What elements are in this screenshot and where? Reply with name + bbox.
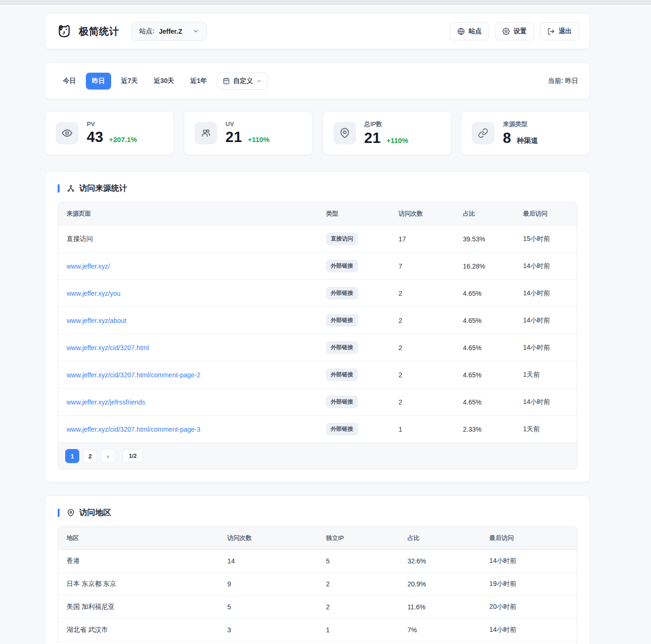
app-title: 极简统计 [79, 25, 119, 38]
source-type-cell: 外部链接 [318, 334, 390, 361]
share-cell: 39.53% [454, 225, 515, 253]
pagination: 12›1/2 [58, 442, 577, 469]
table-row: www.jeffer.xyz/cid/3207.html/comment-pag… [58, 416, 577, 443]
source-page-link[interactable]: www.jeffer.xyz/cid/3207.html/comment-pag… [67, 371, 200, 379]
share-cell: 2.33% [454, 416, 515, 443]
last-visit-cell: 20小时前 [481, 596, 577, 619]
sites-button[interactable]: 站点 [450, 22, 489, 40]
regions-table-wrap: 地区访问次数独立IP占比最后访问 香港14532.6%14小时前日本 东京都 东… [58, 526, 577, 644]
share-cell: 4.65% [454, 307, 515, 334]
table-row: www.jeffer.xyz/cid/3207.html/comment-pag… [58, 361, 577, 389]
share-cell: 4.65% [454, 389, 515, 416]
visits-cell: 2 [390, 307, 454, 334]
last-visit-cell: 15小时前 [515, 225, 577, 253]
globe-icon [457, 28, 465, 35]
source-page-link[interactable]: www.jeffer.xyz/ [67, 262, 110, 270]
custom-range-button[interactable]: 自定义 [217, 73, 268, 90]
logout-button-label: 退出 [559, 27, 572, 36]
sources-col-header: 来源页面 [58, 202, 318, 225]
source-page-link[interactable]: www.jeffer.xyz/cid/3207.html/comment-pag… [67, 426, 200, 433]
source-page-link[interactable]: www.jeffer.xyz/jefrssfriends [67, 398, 145, 406]
regions-col-header: 占比 [399, 527, 481, 550]
site-selector[interactable]: 站点: Jeffer.Z [131, 22, 207, 41]
last-visit-cell: 14小时前 [515, 307, 577, 334]
source-page-link[interactable]: www.jeffer.xyz/you [67, 290, 121, 297]
sources-col-header: 访问次数 [390, 202, 454, 225]
accent-bar [58, 184, 60, 193]
regions-col-header: 独立IP [318, 527, 399, 550]
accent-bar [58, 509, 60, 517]
type-badge: 外部链接 [326, 368, 358, 381]
table-row: 美国 加利福尼亚5211.6%20小时前 [58, 596, 577, 619]
sources-section: 访问来源统计 来源页面类型访问次数占比最后访问 直接访问直接访问1739.53%… [45, 171, 590, 482]
type-badge: 外部链接 [326, 260, 358, 272]
pin-icon [333, 122, 356, 144]
unique-ip-cell: 1 [318, 619, 399, 642]
date-tab-近7天[interactable]: 近7天 [115, 73, 144, 90]
date-tab-今日[interactable]: 今日 [57, 73, 82, 90]
sources-tbody: 直接访问直接访问1739.53%15小时前www.jeffer.xyz/外部链接… [58, 225, 577, 443]
regions-col-header: 地区 [58, 527, 219, 550]
visits-cell: 2 [390, 280, 454, 307]
source-page-cell: www.jeffer.xyz/about [58, 307, 318, 334]
stat-card-total-ip: 总IP数 21 +110% [323, 111, 452, 155]
date-filter-bar: 今日昨日近7天近30天近1年 自定义 当前: 昨日 [45, 62, 590, 99]
type-badge: 外部链接 [326, 314, 358, 327]
link-icon [472, 122, 494, 144]
date-tab-昨日[interactable]: 昨日 [86, 73, 111, 90]
share-cell: 11.6% [399, 596, 481, 619]
page-button-2[interactable]: 2 [83, 449, 97, 463]
last-visit-cell: 14小时前 [515, 389, 577, 416]
pin-icon [67, 509, 75, 517]
visits-cell: 5 [219, 596, 318, 619]
stat-card-source-types: 来源类型 8 种渠道 [461, 111, 590, 155]
visits-cell: 14 [219, 550, 318, 573]
date-tab-近30天[interactable]: 近30天 [148, 73, 181, 90]
source-type-cell: 外部链接 [318, 416, 390, 443]
last-visit-cell: 14小时前 [481, 550, 577, 573]
users-icon [195, 122, 217, 144]
source-type-cell: 外部链接 [318, 307, 390, 334]
stat-label: UV [226, 120, 270, 127]
browser-chrome-strip [0, 0, 651, 5]
table-row: www.jeffer.xyz/you外部链接24.65%14小时前 [58, 280, 577, 307]
region-cell: 湖北省 武汉市 [58, 619, 219, 642]
source-page-cell: www.jeffer.xyz/cid/3207.html/comment-pag… [58, 416, 318, 443]
source-page-link[interactable]: www.jeffer.xyz/about [67, 317, 126, 324]
next-page-button[interactable]: › [101, 449, 115, 463]
page-button-1[interactable]: 1 [65, 449, 79, 463]
unique-ip-cell: 5 [318, 550, 399, 573]
date-tab-近1年[interactable]: 近1年 [184, 73, 213, 90]
region-cell: 香港 [58, 550, 219, 573]
last-visit-cell: 14小时前 [515, 253, 577, 280]
source-type-cell: 外部链接 [318, 361, 390, 389]
page-info: 1/2 [122, 449, 143, 463]
section-title-text: 访问地区 [79, 507, 111, 518]
settings-button[interactable]: 设置 [495, 22, 534, 40]
regions-table: 地区访问次数独立IP占比最后访问 香港14532.6%14小时前日本 东京都 东… [58, 527, 577, 644]
stat-delta: +110% [386, 136, 408, 144]
stat-label: 总IP数 [364, 120, 409, 128]
stat-delta: +207.1% [109, 135, 137, 143]
visits-cell: 3 [219, 642, 318, 644]
visits-cell: 2 [390, 334, 454, 361]
type-badge: 外部链接 [326, 396, 358, 408]
unique-ip-cell: 2 [318, 596, 399, 619]
sources-table: 来源页面类型访问次数占比最后访问 直接访问直接访问1739.53%15小时前ww… [58, 202, 577, 442]
logout-button[interactable]: 退出 [540, 22, 579, 40]
source-page-cell: www.jeffer.xyz/jefrssfriends [58, 389, 318, 416]
source-page-cell: www.jeffer.xyz/cid/3207.html [58, 334, 318, 361]
settings-button-label: 设置 [514, 27, 527, 36]
type-badge: 外部链接 [326, 341, 358, 354]
table-row: www.jeffer.xyz/jefrssfriends外部链接24.65%14… [58, 389, 577, 416]
visits-cell: 2 [390, 389, 454, 416]
source-page-link[interactable]: www.jeffer.xyz/cid/3207.html [67, 344, 149, 352]
share-cell: 7% [399, 642, 481, 644]
last-visit-cell: 14小时前 [515, 334, 577, 361]
unique-ip-cell: 3 [318, 642, 399, 644]
last-visit-cell: 1天前 [515, 416, 577, 443]
table-row: www.jeffer.xyz/外部链接716.28%14小时前 [58, 253, 577, 280]
source-page-cell: www.jeffer.xyz/cid/3207.html/comment-pag… [58, 361, 318, 389]
share-cell: 4.65% [454, 361, 515, 389]
region-cell: 美国 加利福尼亚 [58, 596, 219, 619]
